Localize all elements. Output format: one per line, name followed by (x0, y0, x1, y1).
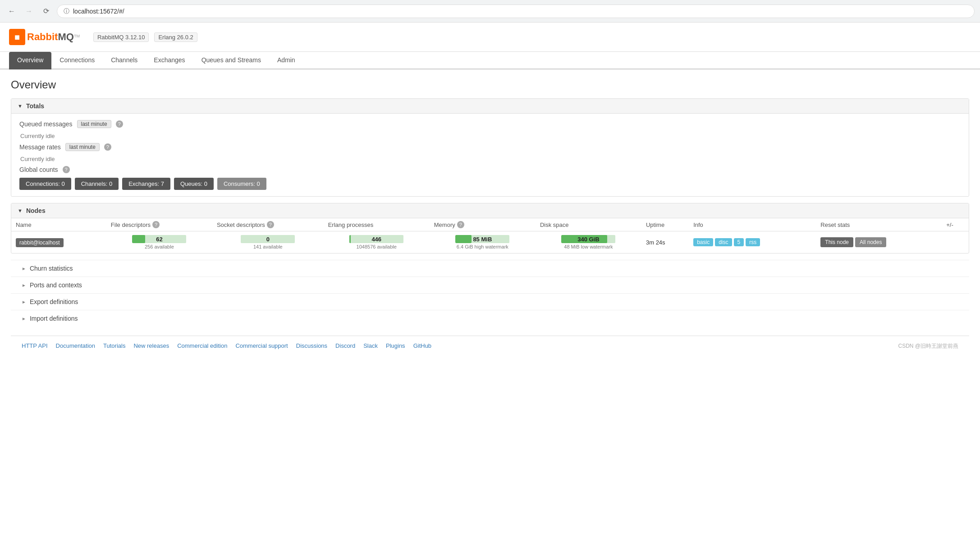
ports-contexts-section[interactable]: ► Ports and contexts (11, 276, 969, 293)
erlang-version: Erlang 26.0.2 (154, 32, 197, 42)
consumers-count-btn[interactable]: Consumers: 0 (217, 178, 266, 190)
import-definitions-section[interactable]: ► Import definitions (11, 310, 969, 327)
file-desc-help[interactable]: ? (152, 221, 160, 228)
reload-button[interactable]: ⟳ (40, 5, 52, 18)
erlang-proc-sub: 1048576 available (357, 244, 397, 249)
version-info: RabbitMQ 3.12.10 Erlang 26.0.2 (93, 32, 197, 42)
info-badge-rss[interactable]: rss (746, 238, 760, 246)
queued-messages-row: Queued messages last minute ? (19, 120, 961, 128)
th-plus-minus: +/- (942, 218, 969, 231)
nav-item-channels[interactable]: Channels (103, 52, 146, 69)
erlang-proc-bar-wrap: 446 1048576 available (328, 235, 425, 249)
file-desc-bar-wrap: 62 256 available (111, 235, 208, 249)
nav-item-overview[interactable]: Overview (9, 52, 51, 69)
th-reset-stats: Reset stats (816, 218, 942, 231)
memory-value: 85 MiB (473, 236, 492, 243)
plus-minus-icon[interactable]: +/- (946, 221, 953, 228)
address-bar[interactable]: ⓘ localhost:15672/#/ (57, 5, 975, 18)
nodes-section-header[interactable]: ▼ Nodes (11, 203, 969, 218)
queued-messages-badge: last minute (77, 120, 111, 128)
message-rates-badge: last minute (65, 143, 100, 151)
info-badges: basic disc 5 rss (693, 238, 811, 246)
footer-link-tutorials[interactable]: Tutorials (103, 342, 125, 350)
totals-arrow: ▼ (18, 103, 23, 109)
footer-link-github[interactable]: GitHub (413, 342, 431, 350)
info-badge-basic[interactable]: basic (693, 238, 713, 246)
queues-count-btn[interactable]: Queues: 0 (174, 178, 214, 190)
footer-link-plugins[interactable]: Plugins (386, 342, 405, 350)
memory-help[interactable]: ? (457, 221, 464, 228)
nav-item-exchanges[interactable]: Exchanges (146, 52, 193, 69)
reset-this-node-btn[interactable]: This node (820, 237, 853, 247)
nav-item-admin[interactable]: Admin (269, 52, 303, 69)
churn-statistics-section[interactable]: ► Churn statistics (11, 260, 969, 276)
th-name: Name (11, 218, 106, 231)
export-label: Export definitions (30, 298, 78, 305)
footer-copyright: CSDN @旧時王謝堂前燕 (898, 342, 958, 350)
socket-desc-sub: 141 available (253, 244, 283, 249)
churn-label: Churn statistics (30, 265, 73, 272)
nodes-arrow: ▼ (18, 208, 23, 213)
nodes-label: Nodes (26, 207, 46, 214)
totals-section-body: Queued messages last minute ? Currently … (11, 114, 969, 196)
global-counts-row: Global counts ? (19, 166, 961, 173)
footer-link-commercial-edition[interactable]: Commercial edition (177, 342, 227, 350)
node-name-cell: rabbit@localhost (11, 231, 106, 253)
rabbitmq-version: RabbitMQ 3.12.10 (93, 32, 149, 42)
footer-link-discord[interactable]: Discord (335, 342, 355, 350)
totals-section-header[interactable]: ▼ Totals (11, 99, 969, 114)
memory-bar-outer: 85 MiB (455, 235, 509, 243)
nodes-section-body: Name File descriptors ? Socket descripto… (11, 218, 969, 253)
export-definitions-section[interactable]: ► Export definitions (11, 293, 969, 310)
th-file-desc: File descriptors ? (106, 218, 212, 231)
memory-bar-wrap: 85 MiB 6.4 GiB high watermark (434, 235, 531, 249)
socket-desc-bar-wrap: 0 141 available (217, 235, 319, 249)
global-counts-label: Global counts (19, 166, 58, 173)
global-counts-buttons: Connections: 0 Channels: 0 Exchanges: 7 … (19, 178, 961, 190)
footer-link-slack[interactable]: Slack (363, 342, 378, 350)
global-counts-help[interactable]: ? (63, 166, 70, 173)
nodes-section: ▼ Nodes Name File descriptors ? (11, 203, 969, 253)
logo-text: RabbitMQTM (27, 31, 80, 43)
connections-count-btn[interactable]: Connections: 0 (19, 178, 71, 190)
logo-mq: MQ (58, 31, 73, 42)
socket-desc-value: 0 (266, 236, 270, 243)
message-rates-label: Message rates (19, 143, 61, 151)
back-button[interactable]: ← (5, 5, 18, 18)
url-display: localhost:15672/#/ (73, 8, 124, 15)
th-memory: Memory ? (430, 218, 536, 231)
memory-cell: 85 MiB 6.4 GiB high watermark (430, 231, 536, 253)
footer-link-new-releases[interactable]: New releases (133, 342, 169, 350)
footer-link-discussions[interactable]: Discussions (296, 342, 327, 350)
th-erlang-proc: Erlang processes (324, 218, 430, 231)
uptime-value: 3m 24s (646, 239, 665, 246)
totals-label: Totals (26, 102, 44, 110)
queued-messages-help[interactable]: ? (116, 120, 123, 128)
info-badge-disc[interactable]: disc (715, 238, 732, 246)
socket-desc-bar-outer: 0 (241, 235, 295, 243)
ports-arrow: ► (22, 283, 26, 288)
ports-label: Ports and contexts (30, 281, 82, 289)
footer-link-commercial-support[interactable]: Commercial support (235, 342, 288, 350)
logo: ■ RabbitMQTM (9, 29, 80, 45)
nav-item-queues[interactable]: Queues and Streams (193, 52, 269, 69)
info-badge-5[interactable]: 5 (734, 238, 744, 246)
file-desc-cell: 62 256 available (106, 231, 212, 253)
main-nav: Overview Connections Channels Exchanges … (0, 52, 980, 69)
nav-item-connections[interactable]: Connections (51, 52, 103, 69)
forward-button[interactable]: → (23, 5, 35, 18)
socket-desc-help[interactable]: ? (267, 221, 274, 228)
node-name: rabbit@localhost (16, 238, 64, 247)
import-label: Import definitions (30, 315, 78, 322)
erlang-proc-bar-inner (349, 235, 350, 243)
footer-link-http-api[interactable]: HTTP API (22, 342, 48, 350)
channels-count-btn[interactable]: Channels: 0 (75, 178, 119, 190)
footer-link-documentation[interactable]: Documentation (56, 342, 95, 350)
message-rates-help[interactable]: ? (104, 143, 111, 151)
empty-cell (942, 231, 969, 253)
memory-bar-inner (455, 235, 472, 243)
logo-icon: ■ (9, 29, 25, 45)
exchanges-count-btn[interactable]: Exchanges: 7 (122, 178, 170, 190)
reset-all-nodes-btn[interactable]: All nodes (855, 237, 886, 247)
file-desc-value: 62 (156, 236, 162, 243)
